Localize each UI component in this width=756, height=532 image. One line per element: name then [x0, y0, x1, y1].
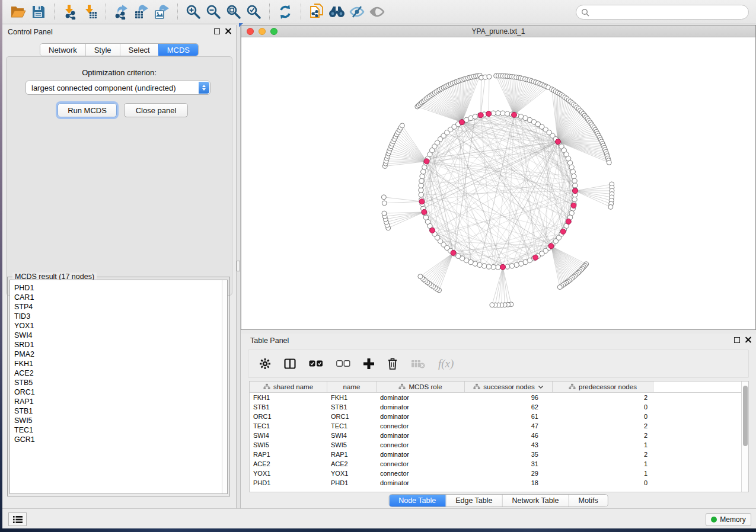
import-table-icon[interactable] [80, 3, 100, 21]
show-graphics-details-icon[interactable] [367, 3, 387, 21]
table-settings-icon[interactable] [259, 358, 271, 370]
network-canvas[interactable] [241, 37, 755, 329]
table-row[interactable]: PHD1PHD1dominator180 [250, 478, 748, 488]
table-row[interactable]: RAP1RAP1dominator352 [250, 450, 748, 459]
mcds-result-list[interactable]: PHD1CAR1STP4TID3YOX1SWI4SRD1PMA2FKH1ACE2… [9, 280, 228, 494]
search-input[interactable] [589, 7, 748, 18]
cell-MCDS-role: dominator [377, 412, 465, 421]
close-panel-button[interactable]: Close panel [124, 103, 188, 117]
close-panel-icon[interactable] [225, 28, 231, 34]
mcds-result-item[interactable]: ACE2 [10, 368, 227, 378]
tab-network-table[interactable]: Network Table [502, 495, 569, 507]
table-row[interactable]: SWI4SWI4dominator462 [250, 431, 748, 440]
table-scrollbar[interactable] [741, 382, 748, 492]
mcds-result-item[interactable]: RAP1 [10, 397, 227, 406]
mcds-result-item[interactable]: GCR1 [10, 435, 227, 444]
tab-network[interactable]: Network [40, 44, 85, 56]
zoom-out-icon[interactable] [203, 3, 224, 21]
table-row[interactable]: ACE2ACE2connector311 [250, 459, 748, 469]
cell-name: SWI4 [327, 431, 377, 440]
control-panel-title: Control Panel [8, 28, 53, 36]
hide-graphics-details-icon[interactable] [347, 3, 367, 21]
memory-label: Memory [720, 515, 745, 524]
import-network-icon[interactable] [60, 3, 80, 21]
table-panel-title: Table Panel [250, 336, 289, 345]
refresh-layout-icon[interactable] [275, 3, 295, 21]
table-row[interactable]: STB1STB1dominator620 [250, 402, 748, 412]
column-header-MCDS-role[interactable]: MCDS role [377, 382, 465, 392]
mcds-result-item[interactable]: PMA2 [10, 350, 227, 359]
share-document-icon[interactable] [307, 3, 327, 21]
delete-column-icon[interactable] [387, 358, 398, 370]
network-graph[interactable] [241, 37, 755, 329]
table-row[interactable]: SWI5SWI5connector431 [250, 440, 748, 450]
zoom-in-icon[interactable] [183, 3, 203, 21]
add-column-icon[interactable] [363, 358, 374, 369]
column-header-predecessor-nodes[interactable]: predecessor nodes [553, 382, 653, 392]
open-folder-icon[interactable] [8, 3, 28, 21]
zoom-fit-icon[interactable] [224, 3, 244, 21]
select-all-icon[interactable] [309, 360, 323, 367]
deselect-all-icon[interactable] [336, 360, 350, 367]
export-table-icon[interactable] [132, 3, 152, 21]
cell-successor-nodes: 96 [465, 393, 553, 402]
status-bar: Memory [2, 508, 756, 528]
export-network-icon[interactable] [111, 3, 132, 21]
cell-successor-nodes: 46 [465, 431, 553, 440]
list-icon [12, 515, 23, 524]
tab-edge-table[interactable]: Edge Table [445, 495, 502, 507]
mcds-result-item[interactable]: SWI5 [10, 416, 227, 425]
mcds-list-scrollbar[interactable] [222, 280, 227, 493]
splitter-handle[interactable] [237, 261, 240, 271]
tab-style[interactable]: Style [85, 44, 120, 56]
tab-mcds[interactable]: MCDS [158, 44, 198, 56]
column-header-successor-nodes[interactable]: successor nodes [465, 382, 553, 392]
mcds-result-item[interactable]: CAR1 [10, 293, 227, 302]
column-header-shared-name[interactable]: shared name [250, 382, 327, 392]
cell-shared-name: SWI5 [250, 440, 327, 450]
attribute-type-icon [473, 383, 480, 391]
mcds-result-item[interactable]: YOX1 [10, 321, 227, 331]
memory-button[interactable]: Memory [706, 513, 751, 526]
tab-node-table[interactable]: Node Table [389, 495, 445, 507]
float-panel-icon[interactable] [214, 28, 220, 34]
toolbar-separator [269, 4, 270, 20]
network-window-titlebar[interactable]: YPA_prune.txt_1 [241, 25, 755, 37]
mcds-result-item[interactable]: STP4 [10, 302, 227, 312]
show-panels-button[interactable] [8, 512, 27, 526]
mcds-result-item[interactable]: FKH1 [10, 359, 227, 368]
close-panel-icon[interactable] [745, 336, 751, 343]
criterion-select[interactable]: largest connected component (undirected) [25, 81, 210, 95]
save-icon[interactable] [28, 3, 49, 21]
float-panel-icon[interactable] [734, 337, 740, 343]
export-image-icon[interactable] [152, 3, 172, 21]
mcds-result-item[interactable]: PHD1 [10, 283, 227, 293]
column-header-name[interactable]: name [327, 382, 377, 392]
column-label: predecessor nodes [579, 383, 637, 390]
table-row[interactable]: ORC1ORC1dominator610 [250, 412, 748, 421]
mcds-tab-panel: Optimization criterion: largest connecte… [6, 56, 232, 296]
mcds-result-item[interactable]: SWI4 [10, 331, 227, 340]
table-row[interactable]: FKH1FKH1dominator962 [250, 393, 748, 402]
run-mcds-button[interactable]: Run MCDS [58, 103, 117, 117]
mcds-result-item[interactable]: ORC1 [10, 387, 227, 397]
zoom-selected-icon[interactable] [244, 3, 264, 21]
vertical-splitter[interactable] [236, 25, 241, 508]
mcds-result-item[interactable]: STB1 [10, 406, 227, 416]
cell-MCDS-role: connector [377, 459, 465, 469]
table-scrollbar-thumb[interactable] [743, 386, 748, 446]
mcds-result-item[interactable]: SRD1 [10, 340, 227, 350]
node-table: shared namenameMCDS rolesuccessor nodesp… [249, 381, 749, 492]
table-row[interactable]: TEC1TEC1connector472 [250, 421, 748, 431]
mcds-result-item[interactable]: TEC1 [10, 425, 227, 435]
sort-desc-icon [538, 383, 544, 390]
show-column-icon[interactable] [284, 358, 296, 369]
mcds-result-item[interactable]: TID3 [10, 312, 227, 321]
tab-select[interactable]: Select [120, 44, 158, 56]
table-row[interactable]: YOX1YOX1connector291 [250, 469, 748, 478]
mcds-result-item[interactable]: STB5 [10, 378, 227, 387]
tab-motifs[interactable]: Motifs [568, 495, 607, 507]
cell-MCDS-role: dominator [377, 478, 465, 488]
cell-successor-nodes: 35 [465, 450, 553, 459]
search-network-icon[interactable] [327, 3, 347, 21]
